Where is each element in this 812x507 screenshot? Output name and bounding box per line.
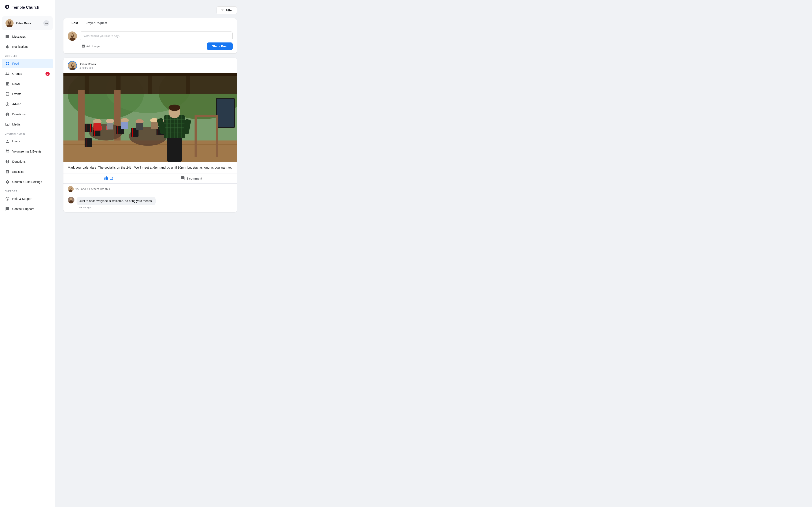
sidebar-item-statistics[interactable]: Statistics xyxy=(2,167,53,176)
post-author-info: Peter Rees 2 hours ago xyxy=(80,62,96,69)
svg-point-62 xyxy=(121,118,129,123)
comment-button[interactable]: 1 comment xyxy=(150,173,233,183)
user-name: Peter Rees xyxy=(16,21,41,25)
sidebar-item-volunteering[interactable]: Volunteering & Events xyxy=(2,147,53,156)
image-icon xyxy=(82,44,85,48)
news-label: News xyxy=(12,82,20,86)
svg-point-64 xyxy=(136,119,144,124)
news-icon xyxy=(5,81,10,86)
svg-rect-25 xyxy=(85,73,89,94)
user-more-button[interactable]: ••• xyxy=(43,20,49,26)
church-site-settings-label: Church & Site Settings xyxy=(12,180,42,183)
svg-rect-5 xyxy=(6,62,7,64)
comment-content: Just to add: everyone is welcome, so bri… xyxy=(77,197,156,209)
post-header: Peter Rees 2 hours ago xyxy=(63,58,237,73)
statistics-label: Statistics xyxy=(12,170,24,173)
like-button[interactable]: 12 xyxy=(68,173,150,183)
sidebar-item-help[interactable]: Help & Support xyxy=(2,194,53,204)
svg-rect-37 xyxy=(195,115,197,157)
admin-donations-icon xyxy=(5,159,10,164)
add-image-label: Add Image xyxy=(86,45,100,48)
help-icon xyxy=(5,196,10,201)
notifications-label: Notifications xyxy=(12,45,28,48)
sidebar-item-messages[interactable]: Messages xyxy=(2,32,53,41)
svg-point-90 xyxy=(70,187,71,189)
svg-rect-72 xyxy=(167,136,182,162)
share-post-button[interactable]: Share Post xyxy=(207,43,233,50)
svg-rect-39 xyxy=(195,115,218,117)
sidebar-item-donations[interactable]: Donations xyxy=(2,110,53,119)
svg-point-84 xyxy=(168,105,181,111)
filter-icon xyxy=(220,8,224,12)
svg-rect-6 xyxy=(8,62,9,64)
tab-prayer-request[interactable]: Prayer Request xyxy=(82,18,111,28)
sidebar-item-contact[interactable]: Contact Support xyxy=(2,204,53,214)
modules-section-label: MODULES xyxy=(0,52,55,59)
post-input[interactable] xyxy=(80,32,233,40)
avatar xyxy=(5,19,13,27)
sidebar: Temple Church Peter Rees ••• Message xyxy=(0,0,55,507)
composer-avatar xyxy=(68,32,77,41)
sidebar-item-media[interactable]: Media xyxy=(2,120,53,129)
filter-button[interactable]: Filter xyxy=(216,6,237,14)
post-card: Peter Rees 2 hours ago xyxy=(63,58,237,212)
thumbs-up-icon xyxy=(104,176,108,181)
sidebar-item-groups[interactable]: Groups 2 xyxy=(2,69,53,78)
svg-rect-28 xyxy=(186,73,190,94)
advice-label: Advice xyxy=(12,103,21,106)
reactions-bar: 12 1 comment xyxy=(63,173,237,183)
feed-label: Feed xyxy=(12,62,19,65)
app-title: Temple Church xyxy=(12,5,39,10)
svg-point-13 xyxy=(71,36,73,37)
sidebar-item-feed[interactable]: Feed xyxy=(2,59,53,68)
svg-rect-44 xyxy=(85,124,92,132)
users-label: Users xyxy=(12,139,20,143)
sidebar-item-events[interactable]: Events xyxy=(2,89,53,99)
likes-count: 12 xyxy=(110,177,113,180)
svg-rect-38 xyxy=(216,115,218,157)
support-section-label: SUPPORT xyxy=(0,187,55,194)
events-icon xyxy=(5,92,10,96)
svg-rect-63 xyxy=(121,122,129,129)
comments-count: 1 comment xyxy=(187,177,202,180)
post-image xyxy=(63,73,237,162)
statistics-icon xyxy=(5,169,10,174)
tab-post[interactable]: Post xyxy=(68,18,82,28)
composer-input-wrap: Add Image Share Post xyxy=(80,32,233,50)
media-label: Media xyxy=(12,123,20,126)
help-support-label: Help & Support xyxy=(12,197,32,201)
sidebar-item-advice[interactable]: Advice xyxy=(2,100,53,109)
contact-support-label: Contact Support xyxy=(12,207,34,211)
sidebar-item-news[interactable]: News xyxy=(2,79,53,89)
svg-rect-59 xyxy=(94,123,101,130)
post-text: Mark your calendars! The social is on th… xyxy=(63,162,237,173)
svg-point-4 xyxy=(9,23,11,24)
sidebar-header: Temple Church xyxy=(0,0,55,14)
feed-icon xyxy=(5,61,10,66)
groups-label: Groups xyxy=(12,72,22,75)
sidebar-item-admin-donations[interactable]: Donations xyxy=(2,157,53,166)
comment-item: Just to add: everyone is welcome, so bri… xyxy=(68,197,233,209)
sidebar-item-settings[interactable]: Church & Site Settings xyxy=(2,177,53,186)
advice-icon xyxy=(5,102,10,107)
admin-donations-label: Donations xyxy=(12,160,26,163)
add-image-button[interactable]: Add Image xyxy=(80,44,101,49)
comment-section: Just to add: everyone is welcome, so bri… xyxy=(63,197,237,212)
user-profile-section: Peter Rees ••• xyxy=(2,16,53,30)
svg-rect-61 xyxy=(107,123,113,129)
donations-module-label: Donations xyxy=(12,113,26,116)
sidebar-item-users[interactable]: Users xyxy=(2,137,53,146)
sidebar-item-notifications[interactable]: Notifications xyxy=(2,42,53,51)
post-author-avatar xyxy=(68,61,77,70)
comment-bubble: Just to add: everyone is welcome, so bri… xyxy=(77,197,156,205)
more-dots-icon: ••• xyxy=(45,21,48,25)
notifications-icon xyxy=(5,44,10,49)
users-icon xyxy=(5,139,10,144)
svg-rect-32 xyxy=(217,99,234,127)
likes-summary: You and 11 others like this. xyxy=(63,183,237,194)
logo-icon xyxy=(5,4,10,11)
svg-rect-65 xyxy=(136,123,143,130)
donations-icon xyxy=(5,112,10,117)
comment-text: Just to add: everyone is welcome, so bri… xyxy=(80,199,153,203)
groups-icon xyxy=(5,71,10,76)
